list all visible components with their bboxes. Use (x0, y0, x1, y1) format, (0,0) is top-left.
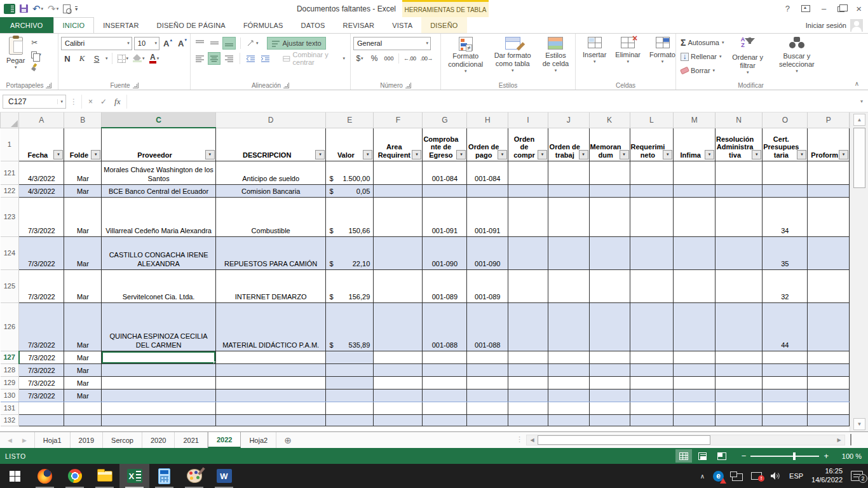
cell-P122[interactable] (808, 184, 850, 197)
cell-D129[interactable] (215, 376, 326, 389)
cell-A123[interactable]: 7/3/2022 (19, 197, 64, 236)
cell-H124[interactable]: 001-090 (467, 236, 508, 269)
cell-E123[interactable]: $150,66 (326, 197, 374, 236)
cell-K123[interactable] (589, 197, 630, 236)
cell-P129[interactable] (808, 376, 850, 389)
delete-cells-button[interactable]: Eliminar▾ (611, 36, 645, 79)
column-header-P[interactable]: P (808, 112, 850, 128)
table-header-J1[interactable]: Orden de trabaj▾ (548, 128, 589, 161)
cell-L129[interactable] (630, 376, 674, 389)
cell-C122[interactable]: BCE Banco Central del Ecuador (102, 184, 216, 197)
sheet-tab-hoja2[interactable]: Hoja2 (241, 432, 276, 448)
cell-N124[interactable] (715, 236, 762, 269)
cell-B126[interactable]: Mar (64, 302, 102, 351)
taskbar-calculator-button[interactable] (149, 464, 179, 488)
cell-H121[interactable]: 001-084 (467, 161, 508, 184)
bold-button[interactable]: N (61, 52, 74, 65)
cell-P130[interactable] (808, 389, 850, 402)
filter-button-C[interactable]: ▾ (205, 150, 215, 159)
cell-K127[interactable] (589, 351, 630, 363)
cell-C121[interactable]: Morales Chávez Washington de los Santos (102, 161, 216, 184)
cell-I130[interactable] (508, 389, 548, 402)
next-sheet-button[interactable]: ▶ (22, 437, 27, 444)
find-select-button[interactable]: Buscar y seleccionar▾ (770, 36, 824, 79)
cell-J132[interactable] (548, 414, 589, 426)
volume-tray-icon[interactable] (770, 471, 781, 480)
filter-button-O[interactable]: ▾ (797, 150, 806, 159)
cell-E126[interactable]: $535,89 (326, 302, 374, 351)
cell-M129[interactable] (674, 376, 715, 389)
cell-P128[interactable] (808, 363, 850, 376)
align-bottom-button[interactable] (222, 37, 236, 50)
scroll-left-button[interactable]: ◀ (527, 436, 537, 444)
cell-P125[interactable] (808, 269, 850, 302)
row-header-122[interactable]: 122 (1, 184, 19, 197)
cell-D126[interactable]: MATERIAL DIDÁCTICO P.A.M. (215, 302, 326, 351)
cell-F123[interactable] (374, 197, 423, 236)
cell-G124[interactable]: 001-090 (423, 236, 467, 269)
cell-H131[interactable] (467, 402, 508, 414)
vertical-scroll-thumb[interactable] (853, 128, 865, 188)
taskbar-paint-button[interactable] (179, 464, 209, 488)
cell-L122[interactable] (630, 184, 674, 197)
cell-F128[interactable] (374, 363, 423, 376)
table-header-B1[interactable]: Folde▾ (64, 128, 102, 161)
table-header-M1[interactable]: Infima▾ (674, 128, 715, 161)
cell-B129[interactable]: Mar (64, 376, 102, 389)
cell-A129[interactable]: 7/3/2022 (19, 376, 64, 389)
table-header-H1[interactable]: Orden de pago▾ (467, 128, 508, 161)
cell-C124[interactable]: CASTILLO CONGACHA IRENE ALEXANDRA (102, 236, 216, 269)
cell-A121[interactable]: 4/3/2022 (19, 161, 64, 184)
sort-filter-button[interactable]: AZ Ordenar y filtrar▾ (726, 36, 769, 79)
cell-N125[interactable] (715, 269, 762, 302)
previous-sheet-button[interactable]: ◀ (8, 437, 12, 444)
font-dialog-launcher[interactable] (133, 83, 139, 88)
decrease-decimal-button[interactable]: .00→ (419, 52, 435, 65)
cell-L123[interactable] (630, 197, 674, 236)
format-as-table-button[interactable]: Dar formato como tabla▾ (487, 36, 537, 79)
cell-L127[interactable] (630, 351, 674, 363)
cell-H128[interactable] (467, 363, 508, 376)
cell-O131[interactable] (763, 402, 808, 414)
cell-O127[interactable] (763, 351, 808, 363)
cell-J124[interactable] (548, 236, 589, 269)
cell-F131[interactable] (374, 402, 423, 414)
cell-E129[interactable] (326, 376, 374, 389)
cell-F132[interactable] (374, 414, 423, 426)
cell-B122[interactable]: Mar (64, 184, 102, 197)
zoom-slider-thumb[interactable] (793, 452, 796, 460)
cell-I122[interactable] (508, 184, 548, 197)
customize-qat-button[interactable]: ▾ (75, 6, 78, 12)
cell-I125[interactable] (508, 269, 548, 302)
cell-B125[interactable]: Mar (64, 269, 102, 302)
formula-input[interactable] (127, 95, 854, 109)
cell-N123[interactable] (715, 197, 762, 236)
filter-button-L[interactable]: ▾ (663, 150, 672, 159)
cell-H132[interactable] (467, 414, 508, 426)
cell-L132[interactable] (630, 414, 674, 426)
cell-E127[interactable] (326, 351, 374, 363)
page-break-view-button[interactable] (714, 449, 730, 463)
cell-E128[interactable] (326, 363, 374, 376)
hidden-icons-button[interactable]: ∧ (700, 473, 705, 480)
alignment-dialog-launcher[interactable] (283, 83, 289, 88)
ribbon-tab-insertar[interactable]: INSERTAR (94, 17, 147, 33)
ribbon-tab-diseño[interactable]: DISEÑO (421, 17, 466, 33)
cell-K122[interactable] (589, 184, 630, 197)
display-alert-tray-icon[interactable] (751, 472, 762, 480)
filter-button-K[interactable]: ▾ (620, 150, 629, 159)
cell-D130[interactable] (215, 389, 326, 402)
column-header-F[interactable]: F (374, 112, 423, 128)
filter-button-N[interactable]: ▾ (752, 150, 761, 159)
taskbar-excel-button[interactable]: X (119, 464, 149, 488)
cell-D127[interactable] (215, 351, 326, 363)
cell-I121[interactable] (508, 161, 548, 184)
cell-G130[interactable] (423, 389, 467, 402)
cell-G126[interactable]: 001-088 (423, 302, 467, 351)
cell-D132[interactable] (215, 414, 326, 426)
italic-button[interactable]: K (76, 52, 88, 65)
save-button[interactable] (20, 4, 28, 13)
column-header-O[interactable]: O (763, 112, 808, 128)
cell-C130[interactable] (102, 389, 216, 402)
font-name-combo[interactable]: Calibri▾ (61, 37, 132, 50)
